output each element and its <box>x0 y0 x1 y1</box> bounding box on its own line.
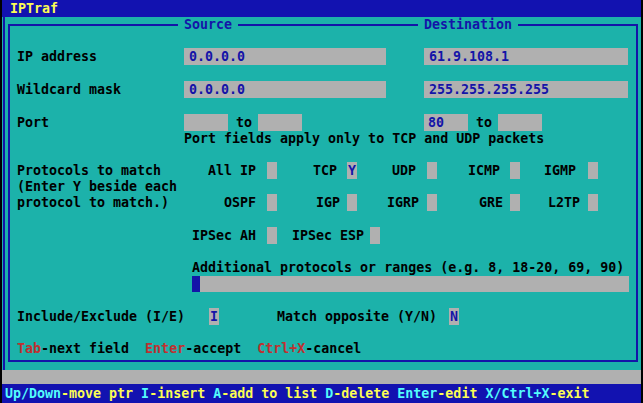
ip-address-label: IP address <box>17 49 97 65</box>
destination-section-header: Destination <box>418 17 518 33</box>
match-opposite-label: Match opposite (Y/N) <box>277 309 437 325</box>
protocol-tcp-label: TCP <box>313 163 337 179</box>
port-dest-to-label: to <box>476 115 492 131</box>
title-bar: IPTraf <box>2 0 641 17</box>
port-source-to-label: to <box>236 115 252 131</box>
statkey-i: I <box>141 386 149 401</box>
protocol-udp-checkbox[interactable] <box>427 162 437 179</box>
additional-protocols-field[interactable] <box>192 276 629 292</box>
include-exclude-label: Include/Exclude (I/E) <box>17 309 185 325</box>
wildcard-mask-label: Wildcard mask <box>17 82 121 98</box>
ip-address-dest-field[interactable]: 61.9.108.1 <box>424 48 628 65</box>
port-source-to-field[interactable] <box>258 114 302 131</box>
statkey-enter: Enter <box>397 386 437 401</box>
protocol-igrp-checkbox[interactable] <box>427 194 437 211</box>
help-key-ctrlx: Ctrl+X <box>257 341 305 356</box>
protocol-igmp-label: IGMP <box>544 163 576 179</box>
port-dest-from-field[interactable]: 80 <box>424 114 468 131</box>
port-dest-to-field[interactable] <box>498 114 542 131</box>
wildcard-mask-dest-field[interactable]: 255.255.255.255 <box>424 81 628 98</box>
status-bar: Up/Down-move ptr I-insert A-add to list … <box>2 384 641 403</box>
ipsec-esp-checkbox[interactable] <box>370 227 380 244</box>
ipsec-ah-label: IPSec AH <box>192 228 256 244</box>
port-label: Port <box>17 115 49 131</box>
dialog-help-line: Tab-next field Enter-accept Ctrl+X-cance… <box>17 341 361 357</box>
text-cursor <box>192 276 200 292</box>
protocol-igp-checkbox[interactable] <box>347 194 357 211</box>
port-note: Port fields apply only to TCP and UDP pa… <box>184 131 544 147</box>
help-key-enter: Enter <box>145 341 185 356</box>
protocols-label-line3: protocol to match.) <box>17 195 169 211</box>
protocol-allip-checkbox[interactable] <box>267 162 277 179</box>
protocol-allip-label: All IP <box>208 163 256 179</box>
protocol-icmp-label: ICMP <box>468 163 500 179</box>
console-screen: IPTraf Source Destination IP address 0.0… <box>0 0 643 403</box>
protocol-gre-label: GRE <box>479 195 503 211</box>
ipsec-ah-checkbox[interactable] <box>267 227 277 244</box>
help-key-tab: Tab <box>17 341 41 356</box>
include-exclude-field[interactable]: I <box>209 308 219 325</box>
separator-bar <box>2 370 641 384</box>
protocol-igmp-checkbox[interactable] <box>588 162 598 179</box>
app-title: IPTraf <box>10 1 58 17</box>
protocol-igrp-label: IGRP <box>387 195 419 211</box>
protocol-tcp-checkbox[interactable]: Y <box>347 162 357 179</box>
protocols-label-line1: Protocols to match <box>17 163 161 179</box>
match-opposite-field[interactable]: N <box>449 308 459 325</box>
source-section-header: Source <box>178 17 238 33</box>
protocol-ospf-checkbox[interactable] <box>267 194 277 211</box>
statkey-x: X/Ctrl+X <box>485 386 549 401</box>
port-source-from-field[interactable] <box>184 114 228 131</box>
statkey-updown: Up/Down <box>5 386 61 401</box>
ipsec-esp-label: IPSec ESP <box>292 228 364 244</box>
protocol-igp-label: IGP <box>316 195 340 211</box>
additional-protocols-label: Additional protocols or ranges (e.g. 8, … <box>192 260 624 276</box>
protocol-udp-label: UDP <box>392 163 416 179</box>
protocols-label-line2: (Enter Y beside each <box>17 179 177 195</box>
statkey-a: A <box>213 386 221 401</box>
protocol-l2tp-label: L2TP <box>548 195 580 211</box>
wildcard-mask-source-field[interactable]: 0.0.0.0 <box>184 81 386 98</box>
ip-address-source-field[interactable]: 0.0.0.0 <box>184 48 386 65</box>
protocol-icmp-checkbox[interactable] <box>510 162 520 179</box>
status-bar-text: Up/Down-move ptr I-insert A-add to list … <box>5 385 589 402</box>
protocol-gre-checkbox[interactable] <box>510 194 520 211</box>
protocol-l2tp-checkbox[interactable] <box>588 194 598 211</box>
protocol-ospf-label: OSPF <box>224 195 256 211</box>
dialog-left-edge <box>3 17 5 370</box>
